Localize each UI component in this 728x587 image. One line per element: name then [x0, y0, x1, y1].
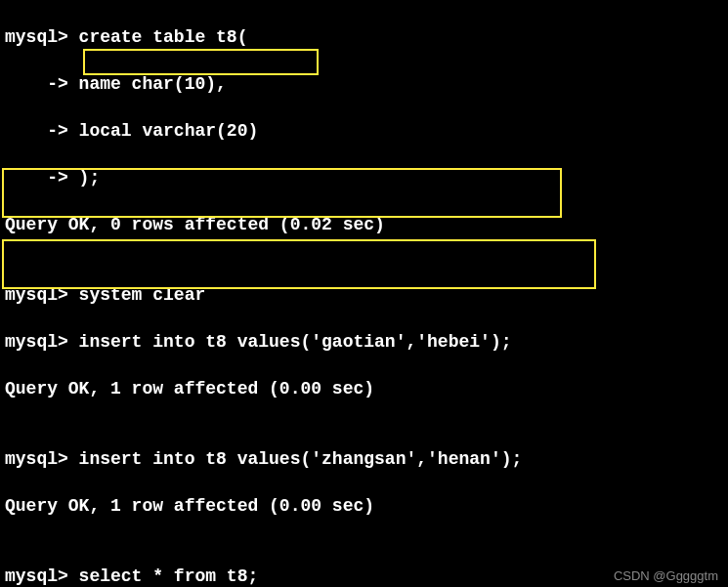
terminal-line: -> local varchar(20): [5, 119, 723, 143]
terminal-line: mysql> insert into t8 values('zhangsan',…: [5, 447, 723, 471]
terminal-line: mysql> system clear: [5, 283, 723, 307]
terminal-text: ->: [5, 121, 79, 141]
terminal-line: Query OK, 1 row affected (0.00 sec): [5, 494, 723, 518]
watermark: CSDN @Gggggtm: [614, 568, 718, 583]
terminal-line: Query OK, 0 rows affected (0.02 sec): [5, 213, 723, 236]
terminal-line: mysql> insert into t8 values('gaotian','…: [5, 330, 723, 354]
terminal-line: mysql> create table t8(: [5, 25, 723, 49]
terminal-text: local varchar(20): [79, 121, 259, 141]
terminal-line: Query OK, 1 row affected (0.00 sec): [5, 377, 723, 400]
terminal-output: mysql> create table t8( -> name char(10)…: [0, 0, 728, 587]
terminal-line: -> );: [5, 166, 723, 189]
terminal-line: -> name char(10),: [5, 72, 723, 96]
